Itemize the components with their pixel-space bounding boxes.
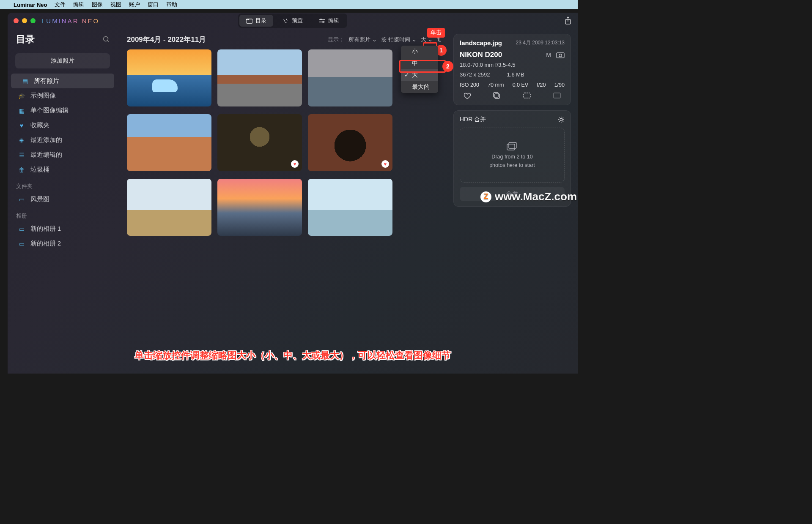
info-dimensions: 3672 x 2592	[460, 71, 490, 78]
hdr-drop-zone[interactable]: Drag from 2 to 10 photos here to start	[460, 128, 565, 183]
thumbnail[interactable]	[308, 179, 392, 236]
sidebar-item-all-photos[interactable]: ▤ 所有照片	[11, 74, 114, 88]
info-mode: M	[546, 52, 551, 58]
copy-button[interactable]	[493, 92, 501, 100]
info-iso: ISO 200	[460, 82, 479, 88]
sidebar-item-label: 单个图像编辑	[30, 106, 69, 115]
grid-icon: ▦	[18, 107, 25, 114]
sidebar: 目录 添加照片 ▤ 所有照片 🎓 示例图像 ▦ 单个图像编辑 ♥ 收藏夹	[8, 29, 118, 374]
svg-point-1	[320, 19, 322, 20]
catalog-icon: ▤	[21, 78, 29, 85]
filter-dropdown[interactable]: 所有照片 ⌄	[348, 36, 377, 44]
info-filesize: 1.6 MB	[507, 71, 524, 78]
sliders-icon: ☰	[18, 152, 25, 158]
info-card: landscape.jpg 23 4月 2009 12:03:13 NIKON …	[453, 34, 571, 105]
menubar-app-name[interactable]: Luminar Neo	[14, 2, 47, 8]
tab-catalog[interactable]: 目录	[239, 15, 273, 27]
hdr-drop-line2: photos here to start	[489, 162, 535, 168]
plus-circle-icon: ⊕	[18, 137, 25, 144]
album-label: 新的相册 2	[30, 240, 61, 248]
info-camera: NIKON D200	[460, 51, 502, 59]
info-shutter: 1/90	[554, 82, 565, 88]
folder-icon: ▭	[18, 196, 25, 203]
annotation-footer: 单击缩放控件调整缩略图大小（小、中、大或最大），可以轻松查看图像细节	[134, 349, 451, 362]
sparkle-icon	[283, 18, 289, 24]
svg-rect-5	[557, 53, 564, 58]
tab-presets[interactable]: 预置	[276, 15, 310, 27]
sidebar-item-favorites[interactable]: ♥ 收藏夹	[8, 118, 118, 133]
tab-edit-label: 编辑	[328, 17, 339, 25]
add-photos-button[interactable]: 添加照片	[15, 53, 110, 68]
sidebar-item-trash[interactable]: 🗑 垃圾桶	[8, 162, 118, 177]
menu-edit[interactable]: 编辑	[73, 1, 84, 8]
date-range: 2009年4月 - 2022年11月	[127, 35, 206, 44]
info-focal: 70 mm	[488, 82, 504, 88]
size-option-max[interactable]: 最大的	[401, 81, 438, 93]
mode-tabs: 目录 预置 编辑	[238, 14, 347, 28]
menu-help[interactable]: 帮助	[166, 1, 177, 8]
menu-image[interactable]: 图像	[92, 1, 103, 8]
window-minimize-button[interactable]	[22, 18, 27, 23]
annotation-callout: 单击	[427, 28, 445, 38]
album-icon: ▭	[18, 226, 25, 232]
info-filename: landscape.jpg	[460, 39, 502, 46]
menu-view[interactable]: 视图	[110, 1, 121, 8]
menu-file[interactable]: 文件	[55, 1, 66, 8]
sidebar-item-label: 最近添加的	[30, 136, 62, 144]
sidebar-item-label: 示例图像	[30, 92, 56, 100]
trash-icon: 🗑	[18, 166, 25, 173]
svg-point-11	[560, 118, 562, 121]
sidebar-item-label: 收藏夹	[30, 121, 49, 129]
crop-button[interactable]	[523, 92, 531, 100]
svg-point-4	[104, 37, 108, 41]
thumbnail[interactable]: ♥	[217, 114, 302, 171]
thumbnail[interactable]	[127, 114, 211, 171]
thumbnail[interactable]: ♥	[308, 114, 392, 171]
hdr-title: HDR 合并	[460, 116, 486, 123]
svg-rect-8	[494, 93, 498, 97]
window-maximize-button[interactable]	[30, 18, 36, 23]
favorite-button[interactable]	[463, 92, 472, 100]
gear-icon[interactable]	[558, 116, 565, 123]
main-area: 2009年4月 - 2022年11月 显示： 所有照片 ⌄ 按 拍摄时间 ⌄ 大…	[118, 29, 451, 374]
screen-button[interactable]	[553, 92, 561, 100]
menu-window[interactable]: 窗口	[148, 1, 159, 8]
app-window: LUMINAR NEO 目录 预置 编辑 目录	[8, 13, 578, 374]
album-item[interactable]: ▭ 新的相册 1	[8, 221, 118, 236]
thumbnail[interactable]	[217, 49, 302, 106]
sidebar-item-samples[interactable]: 🎓 示例图像	[8, 88, 118, 103]
show-label: 显示：	[328, 36, 344, 44]
sidebar-item-recent-added[interactable]: ⊕ 最近添加的	[8, 133, 118, 147]
favorite-badge-icon: ♥	[381, 160, 389, 168]
size-option-small[interactable]: 小	[401, 46, 438, 57]
thumbnail[interactable]	[127, 179, 211, 236]
svg-rect-12	[509, 142, 516, 148]
share-button[interactable]	[564, 16, 572, 25]
info-ev: 0.0 EV	[513, 82, 529, 88]
sidebar-item-recent-edited[interactable]: ☰ 最近编辑的	[8, 147, 118, 162]
sidebar-item-single-edit[interactable]: ▦ 单个图像编辑	[8, 103, 118, 118]
thumbnail[interactable]	[308, 49, 392, 106]
tab-presets-label: 预置	[292, 17, 303, 25]
macos-menubar: Luminar Neo 文件 编辑 图像 视图 账户 窗口 帮助	[0, 0, 578, 9]
chevron-down-icon: ⌄	[372, 36, 377, 43]
thumbnail[interactable]	[127, 49, 211, 106]
heart-icon: ♥	[18, 122, 25, 129]
tab-edit[interactable]: 编辑	[312, 15, 346, 27]
watermark-logo-icon: Z	[480, 191, 491, 202]
folders-section-label: 文件夹	[8, 177, 118, 192]
folder-item[interactable]: ▭ 风景图	[8, 192, 118, 207]
annotation-highlight	[399, 60, 446, 73]
svg-point-2	[322, 21, 324, 23]
window-close-button[interactable]	[14, 18, 19, 23]
watermark-text: www.MacZ.com	[495, 190, 577, 203]
app-brand: LUMINAR NEO	[41, 17, 99, 25]
thumbnail[interactable]	[217, 179, 302, 236]
search-icon[interactable]	[102, 35, 110, 43]
sidebar-item-label: 垃圾桶	[30, 166, 49, 174]
sidebar-item-label: 最近编辑的	[30, 151, 62, 159]
annotation-badge: 2	[442, 61, 453, 72]
menu-account[interactable]: 账户	[129, 1, 140, 8]
album-item[interactable]: ▭ 新的相册 2	[8, 236, 118, 251]
folder-label: 风景图	[30, 195, 49, 203]
